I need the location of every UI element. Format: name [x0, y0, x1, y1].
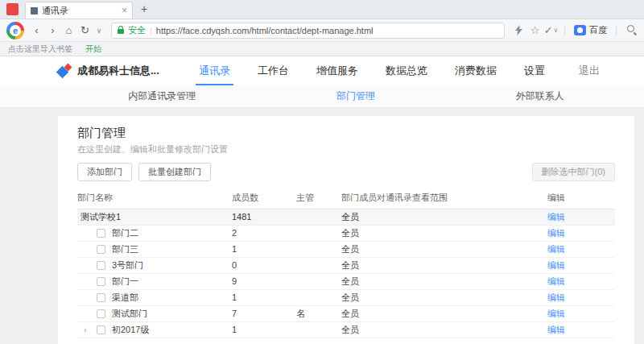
table-row: ›初2017级1全员编辑 [77, 321, 615, 338]
nav-item[interactable]: 退出 [565, 56, 613, 85]
department-name: 3号部门 [112, 259, 143, 271]
nav-item[interactable]: 工作台 [244, 56, 303, 85]
department-name-cell: 部门一 [77, 273, 232, 289]
department-name: 测试部门 [112, 308, 147, 320]
browser-window: 通讯录 × + ‹ › ⌂ ↻ ∨ 安全 | https://face.cdyq… [0, 0, 644, 344]
row-checkbox[interactable] [97, 277, 105, 286]
forward-button[interactable]: › [46, 24, 60, 36]
edit-link[interactable]: 编辑 [547, 276, 565, 286]
refresh-button[interactable]: ↻ [78, 24, 92, 36]
table-row: 测试学校11481全员编辑 [77, 209, 615, 225]
baidu-label: 百度 [589, 24, 607, 36]
department-name-wrap: 测试部门 [77, 306, 232, 321]
subnav-item[interactable]: 部门管理 [336, 89, 375, 103]
department-name: 渠道部 [112, 292, 138, 304]
edit-link[interactable]: 编辑 [547, 309, 565, 318]
table-row: 部门二2全员编辑 [77, 225, 615, 241]
manager-name [296, 321, 341, 338]
compat-check-button[interactable]: ✓ ∨ [544, 24, 558, 36]
department-name: 部门二 [112, 227, 138, 239]
search-icon[interactable] [627, 25, 638, 35]
member-count: 7 [232, 305, 296, 321]
add-department-button[interactable]: 添加部门 [77, 163, 132, 181]
department-name-cell: 3号部门 [77, 257, 232, 273]
lightning-icon[interactable] [512, 25, 526, 35]
url-box[interactable]: 安全 | https://face.cdyqsh.com/html/contac… [111, 23, 505, 39]
nav-item[interactable]: 设置 [510, 56, 559, 85]
edit-link[interactable]: 编辑 [547, 292, 565, 302]
department-name: 测试学校1 [80, 211, 121, 223]
edit-link[interactable]: 编辑 [547, 212, 565, 222]
departments-table: 部门名称成员数主管部门成员对通讯录查看范围编辑 测试学校11481全员编辑部门二… [77, 188, 615, 338]
edit-cell: 编辑 [547, 273, 615, 289]
row-checkbox[interactable] [97, 261, 105, 270]
back-button[interactable]: ‹ [30, 24, 43, 36]
divider [564, 25, 565, 36]
manager-name [296, 241, 341, 257]
department-name-cell: 部门二 [77, 225, 232, 241]
manager-name [296, 225, 341, 241]
tab-title: 通讯录 [42, 5, 118, 17]
browser-tabbar: 通讯录 × + [0, 0, 644, 19]
browser-tab[interactable]: 通讯录 × [25, 2, 133, 19]
scope-value: 全员 [341, 209, 547, 225]
edit-cell: 编辑 [547, 321, 615, 338]
edit-link[interactable]: 编辑 [547, 244, 565, 254]
subnav-item[interactable]: 内部通讯录管理 [128, 89, 196, 103]
row-checkbox[interactable] [97, 245, 105, 254]
tab-close-icon[interactable]: × [122, 5, 127, 16]
site-header: 成都易科士信息... 通讯录工作台增值服务数据总览消费数据设置退出 [0, 56, 644, 85]
nav-item[interactable]: 消费数据 [441, 56, 510, 85]
edit-cell: 编辑 [547, 225, 615, 241]
table-header-row: 部门名称成员数主管部门成员对通讯录查看范围编辑 [77, 188, 615, 209]
new-tab-button[interactable]: + [136, 2, 152, 15]
member-count: 1 [232, 321, 296, 338]
expand-chevron-icon[interactable]: › [84, 325, 92, 334]
edit-cell: 编辑 [547, 305, 615, 321]
member-count: 1481 [232, 209, 296, 225]
manager-name [296, 289, 341, 305]
scope-value: 全员 [341, 273, 547, 289]
member-count: 1 [232, 241, 296, 257]
table-header-cell: 编辑 [547, 188, 615, 209]
table-row: 部门三1全员编辑 [77, 241, 615, 257]
baidu-extension[interactable]: 百度 [572, 24, 609, 36]
department-name: 部门三 [112, 243, 138, 255]
import-bookmarks-hint[interactable]: 点击这里导入书签 [8, 44, 72, 55]
nav-item[interactable]: 增值服务 [303, 56, 372, 85]
department-name-wrap: ›初2017级 [77, 322, 232, 338]
star-icon[interactable]: ☆ [528, 24, 542, 36]
nav-item[interactable]: 通讯录 [185, 56, 244, 85]
row-checkbox[interactable] [97, 309, 105, 318]
department-name-wrap: 部门三 [77, 242, 232, 257]
url-divider: | [150, 26, 152, 35]
chevron-down-icon[interactable]: ∨ [94, 27, 104, 35]
start-link[interactable]: 开始 [85, 44, 101, 55]
row-checkbox[interactable] [97, 293, 105, 302]
department-name-wrap: 部门二 [77, 226, 232, 241]
edit-cell: 编辑 [547, 209, 615, 225]
member-count: 0 [232, 257, 296, 273]
manager-name: 名 [296, 305, 341, 321]
browser-app-button[interactable] [6, 3, 19, 15]
edit-link[interactable]: 编辑 [547, 260, 565, 270]
subnav-item[interactable]: 外部联系人 [516, 89, 564, 103]
scope-value: 全员 [341, 225, 547, 241]
row-checkbox[interactable] [97, 325, 105, 334]
brand: 成都易科士信息... [58, 64, 185, 78]
chevron-down-icon: ∨ [554, 27, 559, 34]
batch-create-button[interactable]: 批量创建部门 [138, 163, 211, 181]
nav-item[interactable]: 数据总览 [372, 56, 441, 85]
edit-link[interactable]: 编辑 [547, 325, 565, 334]
home-button[interactable]: ⌂ [62, 24, 76, 36]
browser-logo-icon[interactable] [6, 22, 24, 39]
page-viewport: 成都易科士信息... 通讯录工作台增值服务数据总览消费数据设置退出 内部通讯录管… [0, 56, 644, 344]
edit-link[interactable]: 编辑 [547, 228, 565, 238]
row-checkbox[interactable] [97, 229, 105, 238]
delete-selected-button[interactable]: 删除选中部门(0) [532, 163, 615, 181]
main-nav: 通讯录工作台增值服务数据总览消费数据设置退出 [185, 56, 613, 85]
divider [616, 25, 617, 36]
subnav-items: 内部通讯录管理部门管理外部联系人 [58, 85, 634, 107]
page-subtitle: 在这里创建、编辑和批量修改部门设置 [77, 144, 615, 155]
table-row: 部门一9全员编辑 [77, 273, 615, 289]
